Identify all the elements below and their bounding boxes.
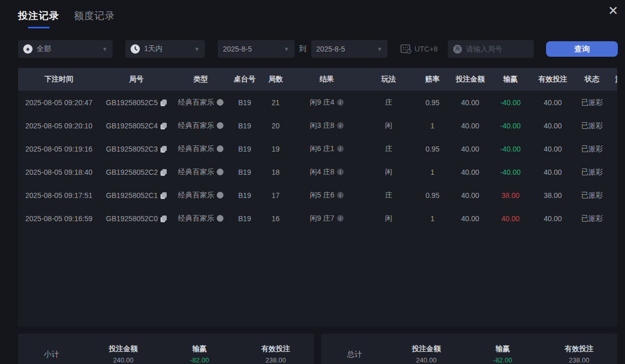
cell-play: 庄 xyxy=(363,184,414,207)
copy-icon[interactable] xyxy=(161,192,167,199)
query-button[interactable]: 查询 xyxy=(546,41,618,57)
tab-quota-records[interactable]: 额度记录 xyxy=(74,9,115,28)
cell-round-id: GB19258052C3 xyxy=(100,137,173,160)
info-icon[interactable]: i xyxy=(337,99,344,106)
total-valid-bet: 有效投注 238.00 xyxy=(541,344,617,364)
table-row: 2025-08-05 09:20:47 GB19258052C5 经典百家乐 B… xyxy=(18,91,617,114)
cell-type: 经典百家乐 xyxy=(173,91,229,114)
cell-bet-amount: 40.00 xyxy=(451,91,490,114)
info-icon[interactable]: i xyxy=(337,215,344,222)
cell-bet-amount: 40.00 xyxy=(451,114,490,137)
cell-bet-amount: 40.00 xyxy=(451,160,490,184)
cell-game-mode: 入座 xyxy=(610,137,617,160)
cell-status: 已派彩 xyxy=(574,160,610,184)
cell-bet-time: 2025-08-05 09:16:59 xyxy=(18,207,100,230)
spade-icon: ♠ xyxy=(23,44,33,54)
cell-game-mode: 入座 xyxy=(610,91,617,114)
close-icon[interactable]: ✕ xyxy=(605,3,621,19)
cell-play: 庄 xyxy=(363,91,414,114)
info-icon[interactable]: i xyxy=(337,145,344,152)
cell-table-no: B19 xyxy=(229,160,261,184)
cell-valid-bet: 40.00 xyxy=(531,207,574,230)
col-header-bet-amount: 投注金额 xyxy=(451,68,490,91)
col-header-result: 结果 xyxy=(291,68,363,91)
subtotal-title: 小计 xyxy=(18,350,85,359)
cell-game-mode: 入座 xyxy=(610,184,617,207)
col-header-game-mode: 游戏模式 xyxy=(610,68,617,91)
cell-bet-time: 2025-08-05 09:19:16 xyxy=(18,137,100,160)
cell-table-no: B19 xyxy=(229,207,261,230)
cell-valid-bet: 40.00 xyxy=(531,137,574,160)
cell-play: 闲 xyxy=(363,114,414,137)
table-row: 2025-08-05 09:19:16 GB19258052C3 经典百家乐 B… xyxy=(18,137,617,160)
table-row: 2025-08-05 09:16:59 GB19258052C0 经典百家乐 B… xyxy=(18,207,617,230)
cell-type: 经典百家乐 xyxy=(173,184,229,207)
round-search-input[interactable] xyxy=(466,45,523,53)
info-icon[interactable]: i xyxy=(337,122,344,129)
subtotal-bet-amount: 投注金额 240.00 xyxy=(85,344,162,364)
game-type-dropdown[interactable]: ♠ 全部 ▼ xyxy=(18,40,113,58)
cell-round-no: 21 xyxy=(261,91,291,114)
cell-play: 闲 xyxy=(363,160,414,184)
copy-icon[interactable] xyxy=(161,123,167,129)
time-range-dropdown[interactable]: 1天内 ▼ xyxy=(125,40,205,58)
cell-result: 闲6 庄1i xyxy=(291,137,363,160)
cell-valid-bet: 38.00 xyxy=(531,184,574,207)
cell-round-id: GB19258052C2 xyxy=(100,160,173,184)
total-win-loss: 输赢 -82.00 xyxy=(464,344,541,364)
subtotal-valid-bet: 有效投注 238.00 xyxy=(237,344,314,364)
col-header-bet-time: 下注时间 xyxy=(18,68,100,91)
cell-table-no: B19 xyxy=(229,91,261,114)
copy-icon[interactable] xyxy=(161,169,167,176)
cell-win-loss: -40.00 xyxy=(490,160,531,184)
cell-result: 闲5 庄6i xyxy=(291,184,363,207)
cell-win-loss: 38.00 xyxy=(490,184,531,207)
copy-icon[interactable] xyxy=(161,216,167,222)
game-type-value: 全部 xyxy=(37,44,51,54)
cell-round-no: 16 xyxy=(261,207,291,230)
chevron-down-icon: ▼ xyxy=(194,46,200,52)
subtotal-panel: 小计 投注金额 240.00 输赢 -82.00 有效投注 238.00 xyxy=(18,334,314,364)
game-badge-icon xyxy=(217,192,223,198)
tab-active-underline xyxy=(28,27,50,28)
cell-odds: 0.95 xyxy=(414,91,451,114)
info-icon[interactable]: i xyxy=(337,192,344,198)
table-row: 2025-08-05 09:17:51 GB19258052C1 经典百家乐 B… xyxy=(18,184,617,207)
copy-icon[interactable] xyxy=(161,146,167,153)
chevron-down-icon: ▼ xyxy=(284,46,290,52)
date-from-value: 2025-8-5 xyxy=(223,45,252,53)
game-badge-icon xyxy=(217,122,223,129)
cell-round-id: GB19258052C5 xyxy=(100,91,173,114)
round-number-icon: 局 xyxy=(453,45,462,54)
tab-bet-records-label: 投注记录 xyxy=(18,9,59,23)
cell-status: 已派彩 xyxy=(574,91,610,114)
cell-type: 经典百家乐 xyxy=(173,207,229,230)
cell-valid-bet: 40.00 xyxy=(531,91,574,114)
cell-game-mode: 入座 xyxy=(610,114,617,137)
cell-result: 闲9 庄7i xyxy=(291,207,363,230)
cell-status: 已派彩 xyxy=(574,184,610,207)
cell-bet-amount: 40.00 xyxy=(451,184,490,207)
cell-bet-time: 2025-08-05 09:17:51 xyxy=(18,184,100,207)
col-header-status: 状态 xyxy=(574,68,610,91)
info-icon[interactable]: i xyxy=(337,169,344,175)
tab-bet-records[interactable]: 投注记录 xyxy=(18,9,59,28)
time-range-value: 1天内 xyxy=(144,44,163,54)
cell-round-id: GB19258052C1 xyxy=(100,184,173,207)
date-from-dropdown[interactable]: 2025-8-5 ▼ xyxy=(218,40,295,58)
table-row: 2025-08-05 09:18:40 GB19258052C2 经典百家乐 B… xyxy=(18,160,617,184)
cell-table-no: B19 xyxy=(229,114,261,137)
cell-play: 庄 xyxy=(363,137,414,160)
cell-result: 闲3 庄8i xyxy=(291,114,363,137)
copy-icon[interactable] xyxy=(161,100,167,106)
date-to-dropdown[interactable]: 2025-8-5 ▼ xyxy=(311,40,388,58)
round-search-box: 局 xyxy=(448,40,534,58)
cell-win-loss: 40.00 xyxy=(490,207,531,230)
records-table: 下注时间 局号 类型 桌台号 局数 结果 玩法 赔率 投注金额 输赢 有效投注 … xyxy=(18,68,617,230)
cell-win-loss: -40.00 xyxy=(490,137,531,160)
table-header-row: 下注时间 局号 类型 桌台号 局数 结果 玩法 赔率 投注金额 输赢 有效投注 … xyxy=(18,68,617,91)
timezone-indicator: UTC+8 xyxy=(400,44,438,54)
cell-play: 闲 xyxy=(363,207,414,230)
cell-type: 经典百家乐 xyxy=(173,137,229,160)
cell-odds: 1 xyxy=(414,207,451,230)
